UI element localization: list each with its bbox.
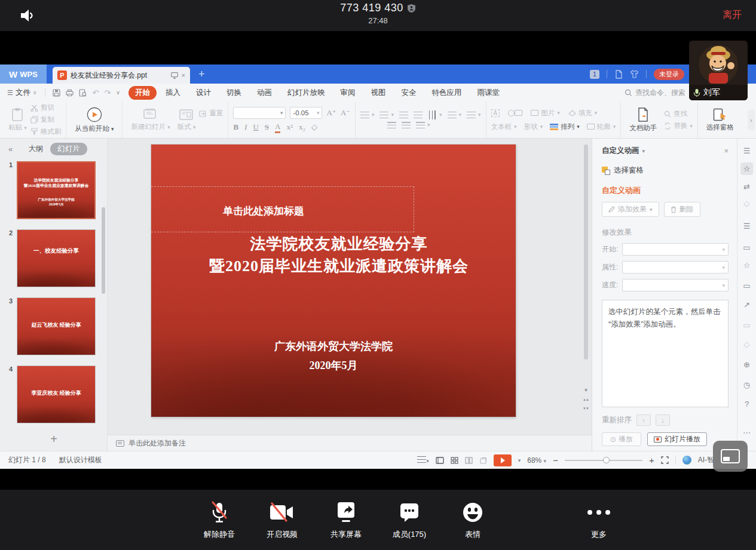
new-slide-button[interactable]: 新建幻灯片 ▾ xyxy=(127,109,173,131)
clear-format-icon[interactable]: ◇ xyxy=(311,122,317,132)
command-search[interactable]: 查找命令、搜索 xyxy=(625,88,685,98)
start-select[interactable]: ▾ xyxy=(622,243,729,256)
tab-transition[interactable]: 切换 xyxy=(220,86,248,100)
italic-button[interactable]: I xyxy=(244,122,247,132)
tab-insert[interactable]: 插入 xyxy=(159,86,187,100)
save-icon[interactable] xyxy=(53,89,60,97)
present-mode-icon[interactable] xyxy=(171,72,178,79)
bold-button[interactable]: B xyxy=(233,122,238,132)
strip-image-icon[interactable]: ▭ xyxy=(743,321,750,329)
main-slide[interactable]: 单击此处添加标题 法学院校友就业经验分享 暨2020届毕业生就业派遣政策讲解会 … xyxy=(151,145,516,417)
font-size-select[interactable]: -0.05▾ xyxy=(290,107,322,119)
decrease-indent-button[interactable] xyxy=(399,112,408,118)
find-button[interactable]: 查找 xyxy=(664,109,693,118)
layout-button[interactable]: 版式 ▾ xyxy=(174,109,200,131)
line-spacing-button[interactable]: ▾ xyxy=(448,112,462,118)
list-settings-button[interactable]: ▾ xyxy=(416,122,430,128)
notes-view-icon[interactable]: ▾ xyxy=(417,456,429,464)
slide-thumbnail-4[interactable]: 4 李亚庆校友 经验分享 xyxy=(17,365,96,423)
add-slide-button[interactable]: + xyxy=(0,432,108,446)
tab-review[interactable]: 审阅 xyxy=(333,86,362,100)
slide-subtitle[interactable]: 广东外语外贸大学法学院 2020年5月 xyxy=(151,337,516,375)
template-name[interactable]: 默认设计模板 xyxy=(59,455,102,465)
selection-pane-button[interactable]: 选择窗格 xyxy=(703,108,737,132)
title-placeholder-text[interactable]: 单击此处添加标题 xyxy=(223,204,304,218)
tab-design[interactable]: 设计 xyxy=(189,86,218,100)
clothes-skin-icon[interactable] xyxy=(630,70,639,78)
picture-button[interactable]: 图片▾ xyxy=(531,109,560,118)
tab-rain-classroom[interactable]: 雨课堂 xyxy=(470,86,506,100)
outline-button[interactable]: 轮廓▾ xyxy=(587,122,616,131)
strip-switch-icon[interactable]: ⇄ xyxy=(743,183,750,190)
wps-logo[interactable]: WWPS xyxy=(0,64,47,84)
docer-icon[interactable] xyxy=(614,70,623,79)
zoom-percent[interactable]: 68% ▾ xyxy=(527,456,546,465)
slide-thumbnail-1[interactable]: 1 法学院校友就业经验分享 暨2020届毕业生就业派遣政策讲解会 广东外语外贸大… xyxy=(17,161,96,219)
strip-pane-icon[interactable]: ▭ xyxy=(743,282,750,290)
ribbon-expand-button[interactable]: › xyxy=(748,110,755,130)
strip-star-icon[interactable]: ☆ xyxy=(743,262,751,269)
zoom-out-icon[interactable]: − xyxy=(553,456,558,465)
print-preview-icon[interactable] xyxy=(79,89,87,97)
strip-menu-icon[interactable]: ☰ xyxy=(743,147,751,155)
tab-animation[interactable]: 动画 xyxy=(250,86,278,100)
strip-more-icon[interactable]: ⋯ xyxy=(743,429,751,437)
fill-button[interactable]: 填充▾ xyxy=(568,109,598,118)
underline-button[interactable]: U xyxy=(253,122,258,132)
doc-assistant-button[interactable]: 文档助手 xyxy=(626,107,660,133)
tab-security[interactable]: 安全 xyxy=(394,86,423,100)
more-button[interactable]: 更多 xyxy=(566,499,632,540)
slideshow-options-icon[interactable]: ▾ xyxy=(518,457,521,463)
textbox-frame-icon[interactable]: A xyxy=(491,109,500,117)
unmute-button[interactable]: 解除静音 xyxy=(186,499,252,540)
strip-help-icon[interactable]: ? xyxy=(745,400,749,408)
subscript-button[interactable]: x₂ xyxy=(299,122,305,132)
window-count-badge[interactable]: 1 xyxy=(590,70,599,79)
print-icon[interactable] xyxy=(66,89,74,97)
share-screen-button[interactable]: 共享屏幕 xyxy=(313,499,379,540)
strip-shape-icon[interactable]: ◇ xyxy=(744,199,750,207)
participant-video-tile[interactable]: 刘军 xyxy=(689,41,748,100)
bullets-button[interactable]: ▾ xyxy=(360,112,375,118)
slide-thumbnail-3[interactable]: 3 赵云飞校友 经验分享 xyxy=(17,297,96,355)
strikethrough-button[interactable]: S xyxy=(265,122,269,132)
cut-button[interactable]: 剪切 xyxy=(30,103,62,112)
superscript-button[interactable]: x² xyxy=(286,122,292,132)
strip-animation-icon[interactable]: ☆ xyxy=(740,162,754,175)
fit-screen-icon[interactable] xyxy=(661,456,669,464)
strip-properties-icon[interactable]: ☰ xyxy=(743,222,751,230)
ai-beautify-icon[interactable] xyxy=(682,456,691,465)
speed-select[interactable]: ▾ xyxy=(622,279,729,291)
delete-effect-button[interactable]: 删除 xyxy=(664,202,700,217)
reorder-up-button[interactable]: ↑ xyxy=(636,414,651,426)
play-button[interactable]: ⊙播放 xyxy=(602,432,641,446)
strip-download-icon[interactable]: ⊕ xyxy=(743,361,750,368)
shapes-button[interactable]: 形状▾ xyxy=(524,122,543,131)
replace-button[interactable]: 替换▾ xyxy=(664,121,693,130)
pane-title-chevron-icon[interactable]: ▾ xyxy=(642,148,645,154)
add-effect-button[interactable]: 添加效果 ▾ xyxy=(602,202,659,217)
tab-view[interactable]: 视图 xyxy=(364,86,392,100)
tab-home[interactable]: 开始 xyxy=(128,86,157,100)
collapse-panel-icon[interactable]: « xyxy=(8,145,13,153)
font-family-select[interactable]: ▾ xyxy=(233,107,286,119)
close-tab-icon[interactable]: × xyxy=(182,72,185,79)
redo-icon[interactable]: ↷ xyxy=(104,88,111,97)
outdent-para-button[interactable] xyxy=(402,122,411,128)
shape-sample-icon[interactable] xyxy=(508,110,522,116)
file-menu[interactable]: ☰ 文件 ∨ xyxy=(0,88,42,98)
next-slide-button[interactable]: ▼▼ xyxy=(583,406,589,411)
slide-thumbnail-2[interactable]: 2 一、校友经验分享 xyxy=(17,229,96,287)
normal-view-icon[interactable] xyxy=(436,457,444,464)
slides-tab[interactable]: 幻灯片 xyxy=(50,143,87,155)
new-tab-button[interactable]: + xyxy=(198,68,205,81)
slideshow-play-button[interactable]: 幻灯片播放 xyxy=(647,432,707,446)
tab-special-apps[interactable]: 特色应用 xyxy=(425,86,468,100)
arrange-button[interactable]: 排列▾ xyxy=(550,122,580,131)
quickbar-expand-icon[interactable]: ∨ xyxy=(116,90,120,96)
reset-button[interactable]: 重置 xyxy=(199,109,223,118)
font-color-button[interactable]: A xyxy=(275,122,280,133)
start-video-button[interactable]: 开启视频 xyxy=(249,499,315,540)
property-select[interactable]: ▾ xyxy=(622,261,729,274)
close-pane-icon[interactable]: × xyxy=(724,146,729,155)
